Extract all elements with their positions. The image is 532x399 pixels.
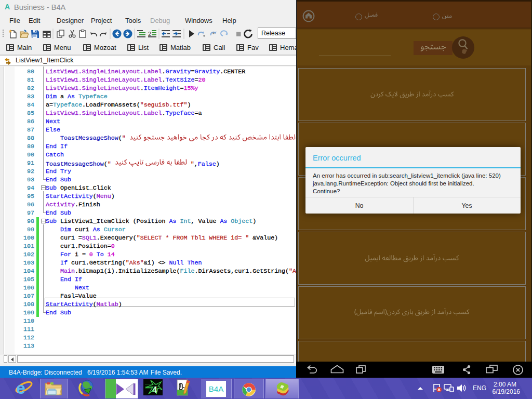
svg-text:4: 4 [152, 385, 157, 395]
svg-text:2: 2 [148, 31, 151, 37]
svg-text:e: e [16, 379, 25, 397]
